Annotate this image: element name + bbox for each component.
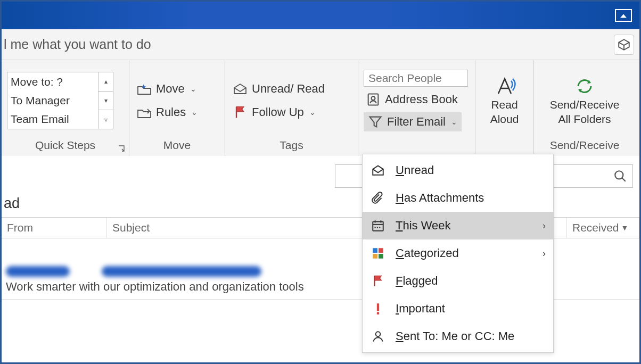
quick-step-item[interactable]: Move to: ? — [7, 72, 98, 91]
group-label: Quick Steps — [35, 137, 95, 155]
group-label: Send/Receive — [550, 137, 620, 155]
svg-rect-7 — [379, 254, 383, 259]
ribbon-display-options-icon[interactable] — [615, 9, 632, 22]
flag-icon — [371, 274, 385, 288]
address-book-button[interactable]: Address Book — [364, 91, 460, 108]
svg-rect-3 — [373, 221, 383, 230]
ribbon-group-tags: Unread/ Read Follow Up ⌄ Tags — [225, 60, 358, 156]
svg-rect-9 — [377, 312, 379, 315]
quick-steps-scroll-down[interactable]: ▾ — [98, 92, 113, 111]
folder-move-icon — [137, 81, 152, 96]
filter-menu-item-sent-to-me[interactable]: Sent To: Me or CC: Me — [363, 322, 553, 350]
tell-me-placeholder: l me what you want to do — [4, 37, 151, 52]
search-icon — [613, 169, 627, 183]
message-from-blurred — [6, 266, 70, 277]
chevron-down-icon: ⌄ — [309, 108, 316, 117]
follow-up-button[interactable]: Follow Up ⌄ — [231, 104, 318, 121]
chevron-down-icon: ⌄ — [451, 118, 457, 126]
ribbon-group-send-receive: Send/Receive All Folders Send/Receive — [534, 60, 635, 156]
ribbon-group-quick-steps: Move to: ? To Manager Team Email ▴ ▾ ▿ Q… — [2, 60, 129, 156]
filter-menu-item-flagged[interactable]: Flagged — [363, 267, 553, 295]
ribbon-group-speech: Read Aloud — [475, 60, 534, 156]
filter-email-button[interactable]: Filter Email ⌄ — [364, 112, 462, 131]
svg-point-1 — [372, 96, 375, 100]
envelope-open-icon — [233, 81, 248, 96]
ribbon: Move to: ? To Manager Team Email ▴ ▾ ▿ Q… — [2, 60, 639, 156]
cube-icon — [617, 38, 631, 52]
group-label: Tags — [280, 137, 303, 155]
title-bar — [2, 2, 639, 29]
filter-menu-item-has-attachments[interactable]: Has Attachments — [363, 184, 553, 212]
paperclip-icon — [371, 191, 385, 205]
filter-menu-item-unread[interactable]: Unread — [363, 156, 553, 184]
read-aloud-icon — [493, 76, 516, 97]
group-label — [503, 137, 506, 155]
importance-icon — [371, 302, 385, 316]
sort-desc-icon: ▼ — [621, 224, 629, 232]
person-icon — [371, 329, 385, 343]
quick-step-item[interactable]: To Manager — [7, 91, 98, 110]
calendar-icon — [371, 219, 385, 233]
svg-rect-5 — [379, 248, 383, 253]
send-receive-all-folders-button[interactable]: Send/Receive All Folders — [546, 76, 624, 126]
column-header-from[interactable]: From — [2, 218, 107, 238]
svg-rect-6 — [373, 254, 377, 259]
rules-icon — [137, 105, 152, 120]
message-subject-blurred — [102, 266, 261, 277]
svg-rect-4 — [373, 248, 377, 253]
funnel-icon — [368, 114, 383, 129]
flag-icon — [233, 105, 248, 120]
sync-icon — [573, 76, 596, 97]
filter-menu-item-categorized[interactable]: Categorized › — [363, 239, 553, 267]
envelope-open-icon — [371, 163, 385, 177]
svg-point-10 — [376, 332, 381, 336]
chevron-right-icon: › — [543, 248, 546, 259]
group-label — [415, 137, 418, 155]
search-people-input[interactable] — [364, 70, 468, 87]
quick-steps-scroll-up[interactable]: ▴ — [98, 72, 113, 92]
svg-rect-0 — [368, 94, 379, 105]
move-button[interactable]: Move ⌄ — [135, 80, 199, 97]
tell-me-search[interactable]: l me what you want to do — [2, 29, 639, 60]
ribbon-group-find: Address Book Filter Email ⌄ — [358, 60, 475, 156]
addins-button[interactable] — [614, 35, 634, 55]
quick-steps-more[interactable]: ▿ — [98, 110, 113, 129]
ribbon-group-move: Move ⌄ Rules ⌄ Move — [129, 60, 225, 156]
quick-steps-launcher[interactable] — [117, 144, 126, 153]
filter-email-menu: Unread Has Attachments This Week › — [362, 154, 554, 353]
filter-menu-item-this-week[interactable]: This Week › — [363, 212, 553, 239]
quick-step-item[interactable]: Team Email — [7, 110, 98, 129]
categories-icon — [371, 246, 385, 260]
chevron-down-icon: ⌄ — [190, 85, 196, 93]
column-header-received[interactable]: Received ▼ — [567, 218, 639, 238]
svg-point-2 — [615, 171, 623, 179]
chevron-down-icon: ⌄ — [191, 108, 198, 117]
chevron-right-icon: › — [543, 220, 546, 231]
filter-menu-item-important[interactable]: Important — [363, 295, 553, 322]
rules-button[interactable]: Rules ⌄ — [135, 104, 200, 121]
unread-read-button[interactable]: Unread/ Read — [231, 80, 327, 97]
read-aloud-button[interactable]: Read Aloud — [486, 76, 523, 126]
address-book-icon — [366, 92, 381, 107]
svg-rect-8 — [377, 303, 379, 311]
group-label: Move — [163, 137, 191, 155]
